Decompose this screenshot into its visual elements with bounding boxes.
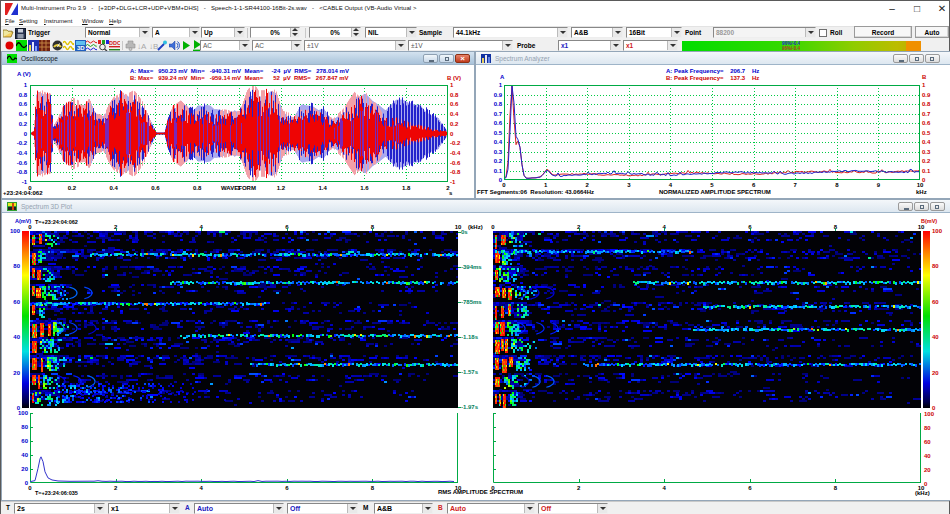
svg-text:DDC: DDC [109,40,120,46]
svg-text:↓A: ↓A [137,42,147,51]
